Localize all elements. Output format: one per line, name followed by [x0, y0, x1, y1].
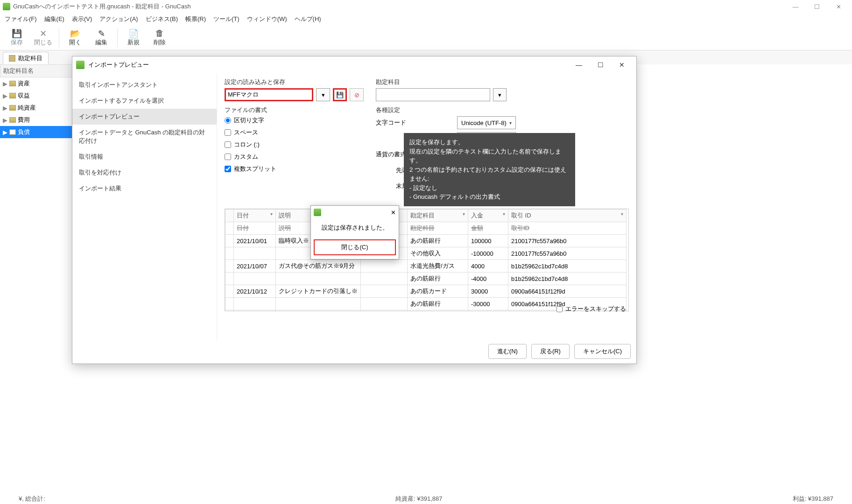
skip-errors-check[interactable]: [556, 306, 563, 312]
window-title: GnuCashへのインポートテスト用.gnucash - 勘定科目 - GnuC…: [13, 2, 191, 11]
mini-message: 設定は保存されました。: [311, 219, 399, 237]
table-row[interactable]: 2021/10/07ガス代@その筋ガス※9月分水道光熱費/ガス4000b1b25…: [225, 260, 627, 273]
settings-load-save-label: 設定の読み込みと保存: [225, 78, 365, 86]
table-row[interactable]: あの筋銀行-4000b1b25962c1bd7c4d8: [225, 273, 627, 285]
charset-label: 文字コード: [376, 119, 406, 127]
back-button[interactable]: 戻る(R): [531, 344, 570, 359]
col-toggle[interactable]: [225, 210, 234, 222]
menu-edit[interactable]: 編集(E): [41, 13, 68, 25]
status-right: 利益: ¥391,887: [793, 495, 833, 503]
fmt-separator[interactable]: 区切り文字: [225, 116, 365, 125]
save-icon: 💾: [4, 29, 30, 38]
fmt-multisplit[interactable]: 複数スプリット: [225, 165, 365, 173]
preview-table: 日付▾ 説明▾ 勘定科目▾ 入金▾ 取引 ID▾ 日付説明勘定科目金額取引ID2…: [225, 209, 629, 311]
step-select-file[interactable]: インポートするファイルを選択: [72, 93, 217, 109]
account-input[interactable]: [376, 88, 490, 101]
toolbar-new[interactable]: 📄新規: [120, 29, 147, 47]
dialog-maximize[interactable]: ☐: [590, 58, 611, 72]
various-settings-label: 各種設定: [376, 106, 507, 114]
step-mapping[interactable]: インポートデータと GnuCash の勘定科目の対応付け: [72, 125, 217, 149]
app-icon: [3, 3, 10, 10]
tab-icon: [9, 55, 15, 62]
save-settings-button[interactable]: 💾: [333, 88, 347, 101]
open-icon: 📂: [62, 29, 88, 38]
menu-file[interactable]: ファイル(F): [1, 13, 41, 25]
edit-icon: ✎: [88, 29, 114, 38]
status-left: ¥, 総合計:: [19, 495, 45, 503]
menu-tools[interactable]: ツール(T): [210, 13, 243, 25]
currency-label: 通貨の書式: [376, 150, 406, 159]
close-icon: ✕: [30, 29, 56, 38]
step-result[interactable]: インポート結果: [72, 181, 217, 196]
menu-windows[interactable]: ウィンドウ(W): [243, 13, 291, 25]
step-preview[interactable]: インポートプレビュー: [72, 109, 217, 125]
save-settings-tooltip: 設定を保存します。 現在の設定を隣のテキスト欄に入力した名前で保存します。 2 …: [404, 133, 575, 206]
toolbar-delete[interactable]: 🗑削除: [147, 29, 173, 47]
toolbar-save: 💾保存: [4, 29, 30, 47]
mini-close-x[interactable]: ✕: [391, 209, 396, 216]
dialog-app-icon: [76, 61, 84, 69]
dialog-title: インポートプレビュー: [88, 61, 149, 69]
delete-settings-button[interactable]: ⊘: [350, 88, 364, 101]
menu-reports[interactable]: 帳票(R): [182, 13, 210, 25]
menu-actions[interactable]: アクション(A): [96, 13, 141, 25]
step-match[interactable]: 取引を対応付け: [72, 165, 217, 181]
tab-label: 勘定科目: [18, 54, 42, 63]
dialog-content: 設定の読み込みと保存 ▾ 💾 ⊘ ファイルの書式 区切り文字 スペース コロン …: [217, 73, 636, 340]
col-account[interactable]: 勘定科目▾: [408, 210, 468, 222]
account-dropdown[interactable]: ▾: [493, 88, 507, 101]
account-label: 勘定科目: [376, 78, 507, 86]
next-button[interactable]: 進む(N): [488, 344, 527, 359]
table-row[interactable]: 2021/10/12クレジットカードの引落し※あの筋カード300000900a6…: [225, 285, 627, 298]
settings-dropdown[interactable]: ▾: [316, 88, 330, 101]
menu-view[interactable]: 表示(V): [68, 13, 96, 25]
settings-name-combo[interactable]: [225, 88, 313, 101]
toolbar-close: ✕閉じる: [30, 29, 56, 47]
menu-help[interactable]: ヘルプ(H): [291, 13, 325, 25]
toolbar-open[interactable]: 📂開く: [62, 29, 88, 47]
toolbar-edit[interactable]: ✎編集: [88, 29, 114, 47]
dialog-close[interactable]: ✕: [611, 58, 633, 72]
step-tx-info[interactable]: 取引情報: [72, 149, 217, 165]
mini-close-button[interactable]: 閉じる(C): [314, 239, 396, 255]
cancel-button[interactable]: キャンセル(C): [574, 344, 631, 359]
dialog-footer: 進む(N) 戻る(R) キャンセル(C): [488, 344, 631, 359]
delete-icon: 🗑: [147, 29, 173, 38]
table-row[interactable]: 2021/10/01臨時収入※あの筋銀行1000002100177fc557a9…: [225, 235, 627, 247]
table-row[interactable]: その他収入-1000002100177fc557a96b0: [225, 247, 627, 260]
col-deposit[interactable]: 入金▾: [468, 210, 508, 222]
charset-select[interactable]: Unicode (UTF-8)▾: [457, 116, 516, 129]
fmt-colon[interactable]: コロン (:): [225, 140, 365, 149]
tab-accounts[interactable]: 勘定科目: [3, 52, 49, 64]
delete-icon: ⊘: [354, 91, 359, 98]
minimize-button[interactable]: ―: [785, 0, 806, 13]
menubar: ファイル(F) 編集(E) 表示(V) アクション(A) ビジネス(B) 帳票(…: [0, 13, 852, 25]
settings-name-input[interactable]: [225, 88, 313, 101]
dialog-titlebar: インポートプレビュー ― ☐ ✕: [72, 56, 636, 73]
dialog-minimize[interactable]: ―: [568, 58, 590, 72]
file-format-label: ファイルの書式: [225, 106, 365, 114]
save-icon: 💾: [336, 91, 344, 98]
statusbar: ¥, 総合計: 純資産: ¥391,887 利益: ¥391,887: [0, 494, 852, 504]
col-txid[interactable]: 取引 ID▾: [508, 210, 627, 222]
maximize-button[interactable]: ☐: [806, 0, 828, 13]
close-button[interactable]: ✕: [828, 0, 849, 13]
skip-errors-label: エラーをスキップする: [565, 305, 626, 313]
fmt-space[interactable]: スペース: [225, 128, 365, 137]
main-titlebar: GnuCashへのインポートテスト用.gnucash - 勘定科目 - GnuC…: [0, 0, 852, 13]
step-assistant[interactable]: 取引インポートアシスタント: [72, 77, 217, 93]
status-mid: 純資産: ¥391,887: [395, 495, 442, 503]
menu-business[interactable]: ビジネス(B): [142, 13, 182, 25]
save-confirm-dialog: ✕ 設定は保存されました。 閉じる(C): [310, 205, 399, 259]
mini-icon: [314, 209, 321, 216]
toolbar: 💾保存 ✕閉じる 📂開く ✎編集 📄新規 🗑削除: [0, 25, 852, 50]
col-date[interactable]: 日付▾: [234, 210, 276, 222]
new-icon: 📄: [120, 29, 147, 38]
wizard-steps: 取引インポートアシスタント インポートするファイルを選択 インポートプレビュー …: [72, 73, 217, 340]
fmt-custom[interactable]: カスタム: [225, 153, 365, 161]
